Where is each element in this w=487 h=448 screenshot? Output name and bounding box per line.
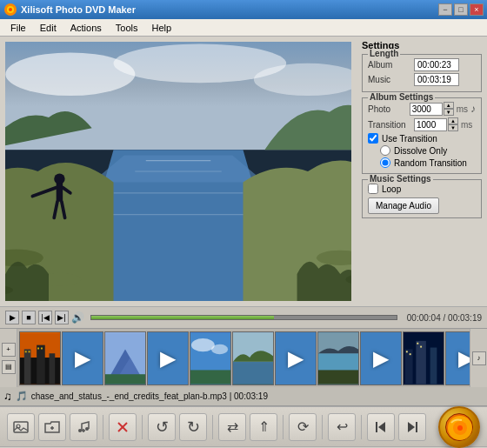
timeline-view-button[interactable]: ▤ bbox=[2, 360, 16, 374]
loop-checkbox[interactable] bbox=[368, 184, 378, 194]
dissolve-only-radio[interactable] bbox=[380, 145, 390, 156]
transition-arrow-2[interactable]: ▶ bbox=[147, 331, 189, 385]
next-button[interactable]: ▶| bbox=[55, 311, 69, 324]
use-transition-checkbox[interactable] bbox=[368, 133, 378, 144]
thumbnail-2[interactable] bbox=[104, 331, 146, 385]
timeline-area: + ▤ ▶ bbox=[0, 328, 487, 387]
toolbar-separator-5 bbox=[322, 415, 323, 439]
loop-label: Loop bbox=[382, 184, 401, 194]
minimize-button[interactable]: − bbox=[438, 3, 452, 16]
swap-button[interactable]: ⇄ bbox=[218, 413, 246, 441]
add-folder-button[interactable] bbox=[38, 413, 66, 441]
arrow-icon: ▶ bbox=[75, 346, 90, 371]
dissolve-only-label: Dissolve Only bbox=[394, 146, 447, 156]
transition-arrow-3[interactable]: ▶ bbox=[275, 331, 317, 385]
transition-input[interactable] bbox=[414, 118, 447, 131]
photo-setting-row: Photo ▲ ▼ ms ♪ bbox=[368, 102, 476, 116]
transition-spinner[interactable]: ▲ ▼ bbox=[414, 117, 458, 131]
music-value: 00:03:19 bbox=[414, 73, 459, 86]
menu-file[interactable]: File bbox=[3, 21, 33, 35]
prev-track-button[interactable] bbox=[367, 413, 395, 441]
main-content: Settings Length Album 00:00:23 Music 00:… bbox=[0, 37, 487, 306]
next-track-button[interactable] bbox=[398, 413, 426, 441]
prev-track-icon bbox=[373, 419, 389, 435]
arrow-icon-2: ▶ bbox=[160, 346, 176, 371]
audio-track-label: chase_and_status_-_end_credits_feat_plan… bbox=[31, 391, 268, 401]
burn-icon bbox=[445, 413, 473, 441]
svg-rect-28 bbox=[29, 351, 30, 352]
thumbnail-3[interactable] bbox=[190, 331, 231, 385]
album-value: 00:00:23 bbox=[414, 58, 459, 71]
svg-rect-51 bbox=[420, 345, 422, 347]
photo-input[interactable] bbox=[410, 103, 443, 116]
rotate-cw-button[interactable]: ↻ bbox=[179, 413, 207, 441]
preview-image bbox=[5, 42, 351, 301]
title-bar: Xilisoft Photo DVD Maker − □ × bbox=[0, 0, 487, 19]
prev-button[interactable]: |◀ bbox=[38, 311, 52, 324]
menu-edit[interactable]: Edit bbox=[33, 21, 63, 35]
photo-spin-down[interactable]: ▼ bbox=[444, 109, 454, 116]
thumbnail-6[interactable] bbox=[403, 331, 444, 385]
rotate-ccw-button[interactable]: ↺ bbox=[148, 413, 176, 441]
svg-point-71 bbox=[457, 425, 463, 431]
toolbar-separator-3 bbox=[212, 415, 213, 439]
svg-point-17 bbox=[54, 173, 64, 184]
toolbar-separator-2 bbox=[142, 415, 143, 439]
time-display: 00:00:04 / 00:03:19 bbox=[407, 313, 482, 323]
photo-spin-up[interactable]: ▲ bbox=[444, 102, 454, 109]
thumbnail-4[interactable] bbox=[232, 331, 274, 385]
svg-rect-38 bbox=[190, 370, 230, 384]
album-length-row: Album 00:00:23 bbox=[368, 58, 476, 71]
svg-marker-65 bbox=[378, 422, 385, 432]
transition-arrow-4[interactable]: ▶ bbox=[360, 331, 402, 385]
svg-point-59 bbox=[78, 429, 82, 432]
undo-button[interactable]: ↩ bbox=[328, 413, 356, 441]
photo-label: Photo bbox=[368, 104, 407, 114]
menu-tools[interactable]: Tools bbox=[109, 21, 145, 35]
maximize-button[interactable]: □ bbox=[454, 3, 468, 16]
thumbnail-1[interactable] bbox=[19, 331, 61, 385]
manage-audio-button[interactable]: Manage Audio bbox=[368, 197, 439, 214]
close-button[interactable]: × bbox=[470, 3, 484, 16]
window-controls: − □ × bbox=[438, 3, 484, 16]
timeline-right-panel: ♪ bbox=[470, 329, 487, 387]
menu-actions[interactable]: Actions bbox=[63, 21, 109, 35]
move-up-button[interactable]: ⇑ bbox=[250, 413, 277, 441]
volume-slider[interactable] bbox=[90, 315, 397, 320]
svg-point-36 bbox=[191, 338, 215, 351]
transition-spin-up[interactable]: ▲ bbox=[448, 117, 458, 124]
svg-rect-68 bbox=[416, 422, 417, 432]
stop-button[interactable]: ■ bbox=[22, 311, 36, 324]
use-transition-label: Use Transition bbox=[382, 134, 437, 144]
burn-button[interactable] bbox=[438, 406, 480, 448]
transition-arrow-5[interactable]: ▶ bbox=[445, 331, 470, 385]
arrow-icon-3: ▶ bbox=[288, 346, 304, 371]
transition-spin-down[interactable]: ▼ bbox=[448, 124, 458, 131]
add-photo-button[interactable] bbox=[7, 413, 35, 441]
transition-label: Transition bbox=[368, 120, 411, 130]
delete-button[interactable] bbox=[109, 413, 137, 441]
music-settings-group: Music Settings Loop Manage Audio bbox=[362, 179, 482, 218]
delete-icon bbox=[114, 418, 131, 436]
use-transition-row: Use Transition bbox=[368, 133, 476, 144]
play-button[interactable]: ▶ bbox=[5, 311, 19, 324]
transition-arrow-1[interactable]: ▶ bbox=[62, 331, 103, 385]
volume-icon: 🔊 bbox=[71, 311, 84, 324]
random-transition-row: Random Transition bbox=[368, 157, 476, 168]
music-length-row: Music 00:03:19 bbox=[368, 73, 476, 86]
add-music-button[interactable] bbox=[70, 413, 97, 441]
svg-rect-16 bbox=[57, 182, 63, 201]
svg-rect-66 bbox=[376, 422, 377, 432]
timeline-music-button[interactable]: ♪ bbox=[472, 351, 486, 365]
add-photo-icon bbox=[12, 418, 30, 436]
bottom-toolbar: ↺ ↻ ⇄ ⇑ ⟳ ↩ bbox=[0, 406, 487, 446]
menu-help[interactable]: Help bbox=[144, 21, 178, 35]
flip-button[interactable]: ⟳ bbox=[289, 413, 317, 441]
add-folder-icon bbox=[43, 418, 61, 436]
thumbnail-5[interactable] bbox=[317, 331, 359, 385]
random-transition-radio[interactable] bbox=[380, 157, 390, 168]
photo-spinner[interactable]: ▲ ▼ bbox=[410, 102, 454, 116]
timeline-add-button[interactable]: + bbox=[2, 343, 16, 357]
length-group-title: Length bbox=[368, 49, 400, 58]
audio-track-icon: 🎵 bbox=[16, 391, 28, 402]
